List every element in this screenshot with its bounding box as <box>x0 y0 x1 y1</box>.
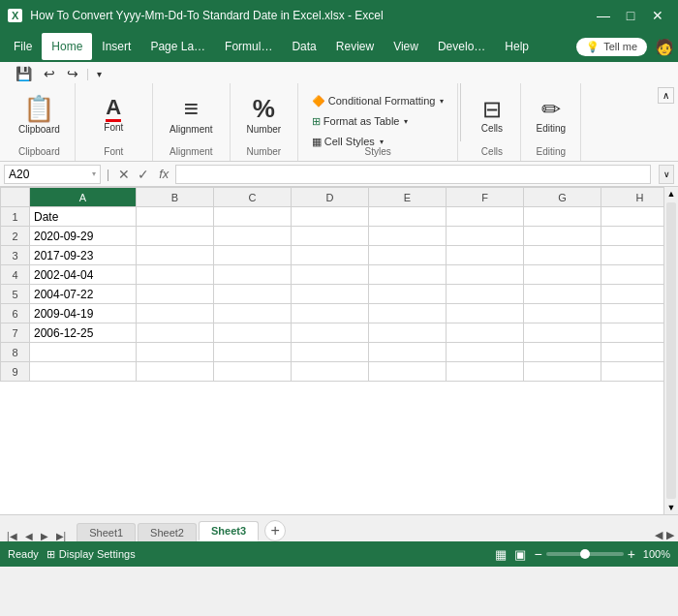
cell-8-4[interactable] <box>292 343 369 362</box>
sheet-tab-1[interactable]: Sheet1 <box>77 523 136 541</box>
cell-5-8[interactable] <box>601 285 664 304</box>
cell-3-7[interactable] <box>524 246 601 265</box>
undo-button[interactable]: 💾 <box>12 64 36 83</box>
cell-7-4[interactable] <box>292 323 369 343</box>
menu-formulas[interactable]: Formul… <box>215 33 282 60</box>
cell-4-6[interactable] <box>447 265 524 285</box>
cell-7-8[interactable] <box>601 323 664 343</box>
cell-9-5[interactable] <box>369 362 447 382</box>
cell-9-4[interactable] <box>292 362 369 382</box>
cell-2-3[interactable] <box>214 227 292 246</box>
cell-8-5[interactable] <box>369 343 447 362</box>
menu-data[interactable]: Data <box>282 33 325 60</box>
tell-me-button[interactable]: 💡 Tell me <box>576 38 647 56</box>
cell-1-2[interactable] <box>137 207 214 227</box>
cell-2-7[interactable] <box>524 227 601 246</box>
cell-8-3[interactable] <box>214 343 292 362</box>
cell-6-4[interactable] <box>292 304 369 323</box>
format-as-table-button[interactable]: ⊞ Format as Table ▾ <box>306 111 450 131</box>
display-settings[interactable]: ⊞ Display Settings <box>46 548 136 561</box>
cell-3-3[interactable] <box>214 246 292 265</box>
cell-2-2[interactable] <box>137 227 214 246</box>
cell-4-1[interactable]: 2002-04-04 <box>30 265 137 285</box>
cell-2-1[interactable]: 2020-09-29 <box>30 227 137 246</box>
menu-file[interactable]: File <box>4 33 42 60</box>
menu-insert[interactable]: Insert <box>92 33 140 60</box>
menu-page-layout[interactable]: Page La… <box>140 33 215 60</box>
sheet-nav-next[interactable]: ▶ <box>38 531 51 541</box>
cell-4-2[interactable] <box>137 265 214 285</box>
sheet-scroll-left-icon[interactable]: ◀ <box>655 529 663 541</box>
formula-cancel-button[interactable]: ✕ <box>115 167 133 182</box>
cell-6-5[interactable] <box>369 304 447 323</box>
menu-developer[interactable]: Develo… <box>428 33 495 60</box>
cell-7-3[interactable] <box>214 323 292 343</box>
cell-3-6[interactable] <box>447 246 524 265</box>
menu-review[interactable]: Review <box>326 33 384 60</box>
cell-6-6[interactable] <box>447 304 524 323</box>
cell-5-2[interactable] <box>137 285 214 304</box>
formula-confirm-button[interactable]: ✓ <box>135 167 152 182</box>
sheet-view-normal-icon[interactable]: ▦ <box>495 547 507 562</box>
sheet-nav-last[interactable]: ▶| <box>53 531 70 541</box>
qa-customize[interactable]: ▾ <box>93 67 106 81</box>
zoom-slider[interactable]: − + <box>534 546 634 562</box>
cell-4-4[interactable] <box>292 265 369 285</box>
cell-3-2[interactable] <box>137 246 214 265</box>
col-header-b[interactable]: B <box>137 188 214 207</box>
cell-7-7[interactable] <box>524 323 601 343</box>
cell-7-6[interactable] <box>447 323 524 343</box>
cell-3-4[interactable] <box>292 246 369 265</box>
zoom-thumb[interactable] <box>580 549 590 559</box>
cell-9-2[interactable] <box>137 362 214 382</box>
share-icon[interactable]: 🧑 <box>655 38 674 56</box>
col-header-g[interactable]: G <box>524 188 601 207</box>
cell-4-3[interactable] <box>214 265 292 285</box>
editing-button[interactable]: ✏ Editing <box>529 85 572 143</box>
close-button[interactable]: ✕ <box>645 3 670 28</box>
cell-4-7[interactable] <box>524 265 601 285</box>
cell-1-4[interactable] <box>292 207 369 227</box>
cell-8-1[interactable] <box>30 343 137 362</box>
cell-4-5[interactable] <box>369 265 447 285</box>
formula-expand-button[interactable]: ∨ <box>659 165 674 184</box>
font-button[interactable]: A Font <box>94 85 133 143</box>
cell-2-6[interactable] <box>447 227 524 246</box>
number-button[interactable]: % Number <box>240 85 289 143</box>
conditional-formatting-button[interactable]: 🔶 Conditional Formatting ▾ <box>306 91 450 110</box>
cell-2-5[interactable] <box>369 227 447 246</box>
cell-5-7[interactable] <box>524 285 601 304</box>
cell-7-2[interactable] <box>137 323 214 343</box>
cell-5-4[interactable] <box>292 285 369 304</box>
cell-6-2[interactable] <box>137 304 214 323</box>
cell-1-7[interactable] <box>524 207 601 227</box>
cell-5-5[interactable] <box>369 285 447 304</box>
cell-2-8[interactable] <box>601 227 664 246</box>
cell-1-6[interactable] <box>447 207 524 227</box>
cells-button[interactable]: ⊟ Cells <box>473 85 511 143</box>
cell-1-5[interactable] <box>369 207 447 227</box>
cell-9-8[interactable] <box>601 362 664 382</box>
cell-1-1[interactable]: Date <box>30 207 137 227</box>
cell-9-7[interactable] <box>524 362 601 382</box>
sheet-view-layout-icon[interactable]: ▣ <box>514 547 526 562</box>
cell-3-8[interactable] <box>601 246 664 265</box>
undo-btn[interactable]: ↩ <box>40 64 59 83</box>
col-header-a[interactable]: A <box>30 188 137 207</box>
cell-8-2[interactable] <box>137 343 214 362</box>
cell-8-6[interactable] <box>447 343 524 362</box>
scroll-up-button[interactable]: ▲ <box>664 187 678 200</box>
add-sheet-button[interactable]: + <box>264 520 286 541</box>
cell-2-4[interactable] <box>292 227 369 246</box>
sheet-tab-3[interactable]: Sheet3 <box>199 521 259 541</box>
zoom-bar[interactable] <box>546 552 624 556</box>
clipboard-button[interactable]: 📋 Clipboard <box>12 85 67 143</box>
cell-9-6[interactable] <box>447 362 524 382</box>
cell-6-1[interactable]: 2009-04-19 <box>30 304 137 323</box>
col-header-f[interactable]: F <box>447 188 524 207</box>
sheet-nav-prev[interactable]: ◀ <box>22 531 36 541</box>
maximize-button[interactable]: □ <box>618 3 643 28</box>
menu-help[interactable]: Help <box>495 33 539 60</box>
vertical-scrollbar[interactable]: ▲ ▼ <box>663 187 678 514</box>
cell-3-1[interactable]: 2017-09-23 <box>30 246 137 265</box>
